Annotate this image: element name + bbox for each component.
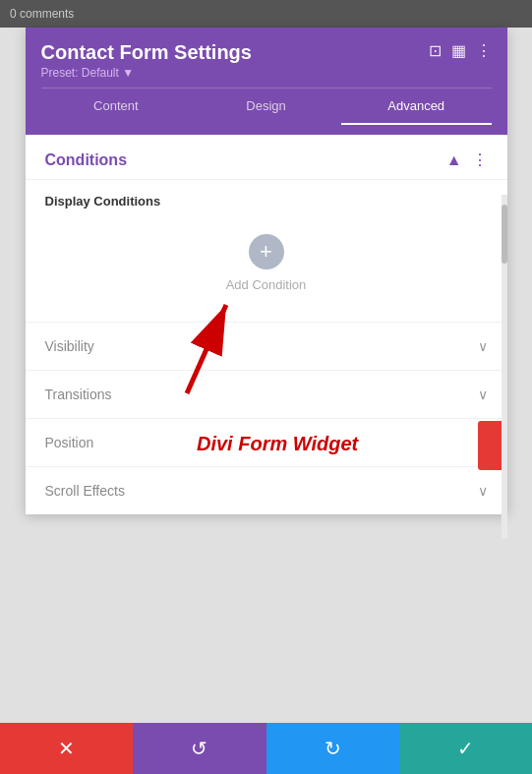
position-header[interactable]: Position ∨ [45, 419, 488, 466]
save-button[interactable]: ✓ [399, 723, 532, 774]
scroll-effects-section: Scroll Effects ∨ [26, 466, 507, 514]
section-header-icons: ▲ ⋮ [446, 150, 488, 169]
top-bar: 0 comments [0, 0, 532, 28]
conditions-section-header: Conditions ▲ ⋮ [26, 135, 507, 180]
tab-design[interactable]: Design [191, 89, 341, 125]
tab-advanced[interactable]: Advanced [341, 89, 492, 125]
position-section: Position ∨ [26, 418, 507, 466]
conditions-more-icon[interactable]: ⋮ [472, 150, 488, 169]
visibility-section: Visibility ∨ [26, 322, 507, 370]
bottom-toolbar: ✕ ↺ ↻ ✓ [0, 723, 532, 774]
red-sidebar-accent [478, 421, 502, 470]
columns-icon[interactable]: ▦ [451, 41, 466, 60]
position-label: Position [45, 435, 94, 450]
visibility-header[interactable]: Visibility ∨ [45, 323, 488, 370]
visibility-chevron: ∨ [478, 338, 488, 354]
panel-title: Contact Form Settings [41, 41, 252, 64]
scrollbar-thumb[interactable] [502, 205, 507, 264]
add-condition-area: + Add Condition [26, 214, 507, 322]
conditions-title: Conditions [45, 151, 128, 169]
add-condition-text: Add Condition [226, 277, 307, 292]
visibility-label: Visibility [45, 338, 94, 354]
redo-button[interactable]: ↻ [266, 723, 399, 774]
collapse-icon[interactable]: ▲ [446, 151, 462, 169]
tab-content[interactable]: Content [41, 89, 192, 125]
transitions-label: Transitions [45, 387, 112, 402]
scroll-effects-header[interactable]: Scroll Effects ∨ [45, 467, 488, 514]
panel-title-group: Contact Form Settings Preset: Default ▼ [41, 41, 252, 80]
header-icon-group: ⊡ ▦ ⋮ [429, 41, 492, 60]
transitions-section: Transitions ∨ [26, 370, 507, 418]
add-condition-button[interactable]: + [249, 234, 284, 269]
scroll-effects-chevron: ∨ [478, 483, 488, 499]
settings-panel: Contact Form Settings Preset: Default ▼ … [26, 28, 507, 514]
cancel-button[interactable]: ✕ [0, 723, 133, 774]
panel-body: Conditions ▲ ⋮ Display Conditions + Add … [26, 135, 507, 514]
transitions-header[interactable]: Transitions ∨ [45, 371, 488, 418]
more-options-icon[interactable]: ⋮ [476, 41, 492, 60]
preset-label[interactable]: Preset: Default ▼ [41, 66, 252, 80]
display-conditions-label: Display Conditions [26, 180, 507, 214]
undo-button[interactable]: ↺ [133, 723, 266, 774]
tabs-container: Content Design Advanced [41, 88, 492, 125]
top-bar-text: 0 comments [10, 7, 74, 21]
transitions-chevron: ∨ [478, 387, 488, 402]
scrollbar-track[interactable] [502, 195, 507, 539]
fullscreen-icon[interactable]: ⊡ [429, 41, 442, 60]
scroll-effects-label: Scroll Effects [45, 483, 125, 499]
panel-header: Contact Form Settings Preset: Default ▼ … [26, 28, 507, 135]
